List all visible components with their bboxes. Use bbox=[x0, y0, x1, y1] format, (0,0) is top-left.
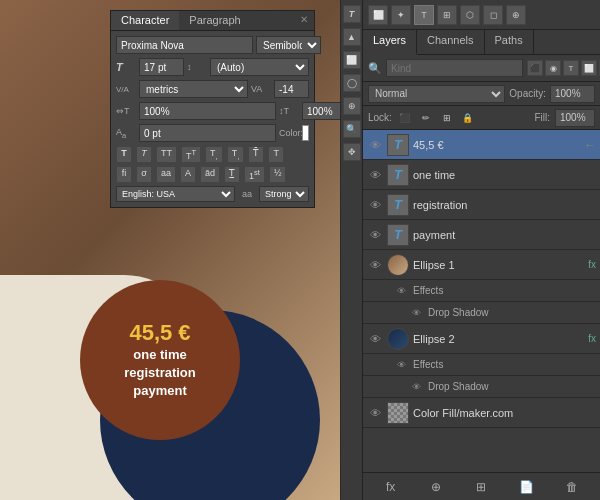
char-panel-close[interactable]: ✕ bbox=[294, 11, 314, 30]
style-smallcaps[interactable]: T bbox=[268, 146, 284, 163]
add-style-btn[interactable]: fx bbox=[381, 477, 401, 497]
filter-type[interactable]: T bbox=[563, 60, 579, 76]
drop-shadow-label-2: Drop Shadow bbox=[428, 381, 489, 392]
glyph-A[interactable]: A bbox=[180, 166, 196, 183]
top-icon-5[interactable]: ⬡ bbox=[460, 5, 480, 25]
style-bold[interactable]: T bbox=[116, 146, 132, 163]
glyph-1st[interactable]: 1st bbox=[244, 166, 265, 183]
sublayer-eye[interactable]: 👁 bbox=[408, 379, 424, 395]
tool-move[interactable]: ✥ bbox=[343, 143, 361, 161]
effects-label: Effects bbox=[413, 285, 443, 296]
filter-shape[interactable]: ⬜ bbox=[581, 60, 597, 76]
layer-visibility-toggle[interactable]: 👁 bbox=[367, 257, 383, 273]
sublayer-eye[interactable]: 👁 bbox=[393, 357, 409, 373]
char-panel-body: Semibold T ↕ (Auto) V/A metrics VA bbox=[111, 31, 314, 207]
filter-pixel[interactable]: ⬛ bbox=[527, 60, 543, 76]
layer-visibility-toggle[interactable]: 👁 bbox=[367, 405, 383, 421]
scale-v-input[interactable] bbox=[302, 102, 340, 120]
tool-ellipse[interactable]: ◯ bbox=[343, 74, 361, 92]
glyph-T[interactable]: T̲ bbox=[224, 166, 240, 183]
tab-paths[interactable]: Paths bbox=[485, 30, 534, 54]
drop-shadow-label: Drop Shadow bbox=[428, 307, 489, 318]
glyph-ad[interactable]: ād bbox=[200, 166, 220, 183]
tool-rect[interactable]: ⬜ bbox=[343, 51, 361, 69]
opacity-label: Opacity: bbox=[509, 88, 546, 99]
filter-adjust[interactable]: ◉ bbox=[545, 60, 561, 76]
drop-shadow-sublayer: 👁 Drop Shadow bbox=[363, 302, 600, 324]
style-subscript2[interactable]: T, bbox=[227, 146, 245, 163]
layers-tabs: Layers Channels Paths bbox=[363, 30, 600, 55]
layer-visibility-toggle[interactable]: 👁 bbox=[367, 137, 383, 153]
top-icon-1[interactable]: ⬜ bbox=[368, 5, 388, 25]
lock-position-btn[interactable]: ✏ bbox=[418, 110, 434, 126]
lock-transform-btn[interactable]: ⊞ bbox=[439, 110, 455, 126]
char-tab-character[interactable]: Character bbox=[111, 11, 179, 30]
character-panel: Character Paragraph ✕ Semibold T ↕ (Auto… bbox=[110, 10, 315, 208]
glyph-aa[interactable]: aa bbox=[156, 166, 176, 183]
baseline-icon: Aa bbox=[116, 127, 136, 140]
tool-zoom[interactable]: 🔍 bbox=[343, 120, 361, 138]
glyph-half[interactable]: ½ bbox=[269, 166, 287, 183]
top-icon-4[interactable]: ⊞ bbox=[437, 5, 457, 25]
style-subscript1[interactable]: T, bbox=[205, 146, 223, 163]
font-name-input[interactable] bbox=[116, 36, 253, 54]
blend-mode-select[interactable]: Normal bbox=[368, 85, 505, 103]
price-amount: 45,5 € bbox=[129, 320, 190, 346]
top-icon-3[interactable]: T bbox=[414, 5, 434, 25]
scale-v-icon: ↕T bbox=[279, 106, 299, 116]
layer-item[interactable]: 👁 Ellipse 2 fx bbox=[363, 324, 600, 354]
layer-item[interactable]: 👁 T registration bbox=[363, 190, 600, 220]
aa-select[interactable]: Strong bbox=[259, 186, 309, 202]
glyph-sigma[interactable]: σ bbox=[136, 166, 152, 183]
tab-layers[interactable]: Layers bbox=[363, 30, 417, 55]
fill-input[interactable] bbox=[555, 109, 595, 127]
baseline-input[interactable] bbox=[139, 124, 276, 142]
style-caps[interactable]: T̄ bbox=[248, 146, 264, 163]
font-size-input[interactable] bbox=[139, 58, 184, 76]
layer-visibility-toggle[interactable]: 👁 bbox=[367, 197, 383, 213]
scale-h-input[interactable] bbox=[139, 102, 276, 120]
scale-h-icon: ⇔T bbox=[116, 106, 136, 116]
leading-select[interactable]: (Auto) bbox=[210, 58, 309, 76]
lock-pixels-btn[interactable]: ⬛ bbox=[397, 110, 413, 126]
blend-mode-row: Normal Opacity: bbox=[363, 82, 600, 106]
sublayer-eye[interactable]: 👁 bbox=[393, 283, 409, 299]
add-mask-btn[interactable]: ⊕ bbox=[426, 477, 446, 497]
lock-all-btn[interactable]: 🔒 bbox=[460, 110, 476, 126]
new-layer-btn[interactable]: 📄 bbox=[517, 477, 537, 497]
layer-visibility-toggle[interactable]: 👁 bbox=[367, 331, 383, 347]
new-group-btn[interactable]: ⊞ bbox=[471, 477, 491, 497]
layer-thumbnail: T bbox=[387, 194, 409, 216]
char-tab-paragraph[interactable]: Paragraph bbox=[179, 11, 250, 30]
tool-crop[interactable]: ⊕ bbox=[343, 97, 361, 115]
top-icon-2[interactable]: ✦ bbox=[391, 5, 411, 25]
layers-search-input[interactable] bbox=[386, 59, 523, 77]
delete-layer-btn[interactable]: 🗑 bbox=[562, 477, 582, 497]
style-tt[interactable]: TT bbox=[156, 146, 177, 163]
layer-item[interactable]: 👁 T 45,5 € ← bbox=[363, 130, 600, 160]
style-superscript[interactable]: TT bbox=[181, 146, 201, 163]
layer-visibility-toggle[interactable]: 👁 bbox=[367, 167, 383, 183]
layer-item[interactable]: 👁 T payment bbox=[363, 220, 600, 250]
language-select[interactable]: English: USA bbox=[116, 186, 235, 202]
tracking-select[interactable]: metrics bbox=[139, 80, 248, 98]
kerning-input[interactable] bbox=[274, 80, 309, 98]
sublayer-eye[interactable]: 👁 bbox=[408, 305, 424, 321]
tool-type[interactable]: T bbox=[343, 5, 361, 23]
layer-arrow-icon: ← bbox=[584, 138, 596, 152]
layer-name: Ellipse 1 bbox=[413, 259, 586, 271]
layer-visibility-toggle[interactable]: 👁 bbox=[367, 227, 383, 243]
layer-item[interactable]: 👁 T one time bbox=[363, 160, 600, 190]
style-italic[interactable]: T bbox=[136, 146, 152, 163]
style-icons-row: T T TT TT T, T, T̄ T bbox=[116, 146, 309, 163]
top-icon-6[interactable]: ◻ bbox=[483, 5, 503, 25]
tab-channels[interactable]: Channels bbox=[417, 30, 484, 54]
layer-item[interactable]: 👁 Color Fill/maker.com bbox=[363, 398, 600, 428]
layer-item[interactable]: 👁 Ellipse 1 fx bbox=[363, 250, 600, 280]
opacity-input[interactable] bbox=[550, 85, 595, 103]
color-swatch[interactable] bbox=[302, 125, 309, 141]
font-style-select[interactable]: Semibold bbox=[256, 36, 321, 54]
glyph-fi[interactable]: fi bbox=[116, 166, 132, 183]
tool-shape[interactable]: ▲ bbox=[343, 28, 361, 46]
top-icon-7[interactable]: ⊕ bbox=[506, 5, 526, 25]
